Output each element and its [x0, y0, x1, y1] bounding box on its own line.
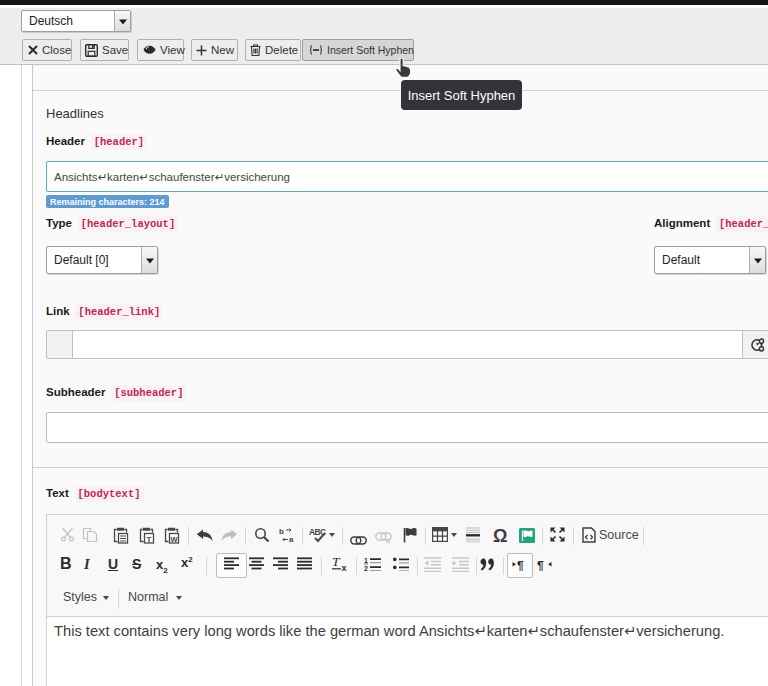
svg-text:x: x: [342, 563, 347, 572]
svg-text:2: 2: [364, 565, 368, 572]
svg-text:a: a: [289, 535, 294, 543]
svg-text:b: b: [279, 527, 284, 536]
svg-text:¶: ¶: [517, 559, 524, 572]
svg-text:T: T: [332, 555, 341, 569]
svg-text:¶: ¶: [537, 559, 544, 572]
svg-text:W: W: [170, 535, 178, 544]
svg-text:T: T: [147, 535, 152, 544]
svg-text:1: 1: [364, 557, 368, 564]
